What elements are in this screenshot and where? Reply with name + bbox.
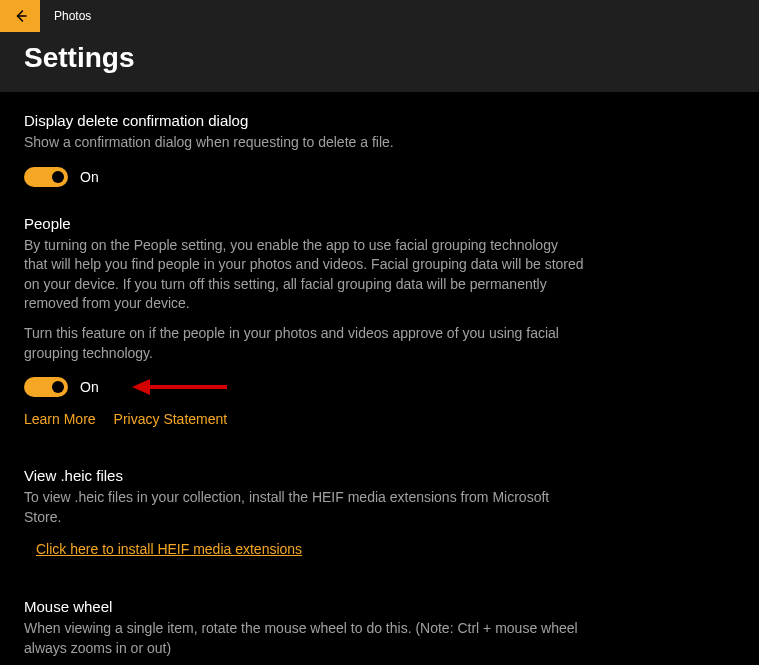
toggle-knob xyxy=(52,171,64,183)
delete-dialog-desc: Show a confirmation dialog when requesti… xyxy=(24,133,584,153)
heic-install-link[interactable]: Click here to install HEIF media extensi… xyxy=(36,541,302,557)
heic-title: View .heic files xyxy=(24,467,584,484)
page-header: Settings xyxy=(0,32,759,92)
section-heic: View .heic files To view .heic files in … xyxy=(24,467,584,558)
settings-content: Display delete confirmation dialog Show … xyxy=(0,92,759,665)
section-delete-confirmation: Display delete confirmation dialog Show … xyxy=(24,112,584,187)
learn-more-link[interactable]: Learn More xyxy=(24,411,96,427)
people-desc: By turning on the People setting, you en… xyxy=(24,236,584,314)
mouse-wheel-title: Mouse wheel xyxy=(24,598,584,615)
people-toggle-label: On xyxy=(80,379,99,395)
heic-desc: To view .heic files in your collection, … xyxy=(24,488,584,527)
delete-dialog-toggle-label: On xyxy=(80,169,99,185)
delete-dialog-title: Display delete confirmation dialog xyxy=(24,112,584,129)
page-title: Settings xyxy=(24,42,735,74)
toggle-knob xyxy=(52,381,64,393)
people-toggle[interactable] xyxy=(24,377,68,397)
people-desc2: Turn this feature on if the people in yo… xyxy=(24,324,584,363)
arrow-left-icon xyxy=(12,8,28,24)
section-mouse-wheel: Mouse wheel When viewing a single item, … xyxy=(24,598,584,665)
titlebar: Photos xyxy=(0,0,759,32)
delete-dialog-toggle[interactable] xyxy=(24,167,68,187)
app-name: Photos xyxy=(54,9,91,23)
people-title: People xyxy=(24,215,584,232)
mouse-wheel-desc: When viewing a single item, rotate the m… xyxy=(24,619,584,658)
back-button[interactable] xyxy=(0,0,40,32)
annotation-arrow-icon xyxy=(132,375,227,399)
privacy-statement-link[interactable]: Privacy Statement xyxy=(114,411,228,427)
svg-marker-2 xyxy=(132,379,150,395)
section-people: People By turning on the People setting,… xyxy=(24,215,584,428)
